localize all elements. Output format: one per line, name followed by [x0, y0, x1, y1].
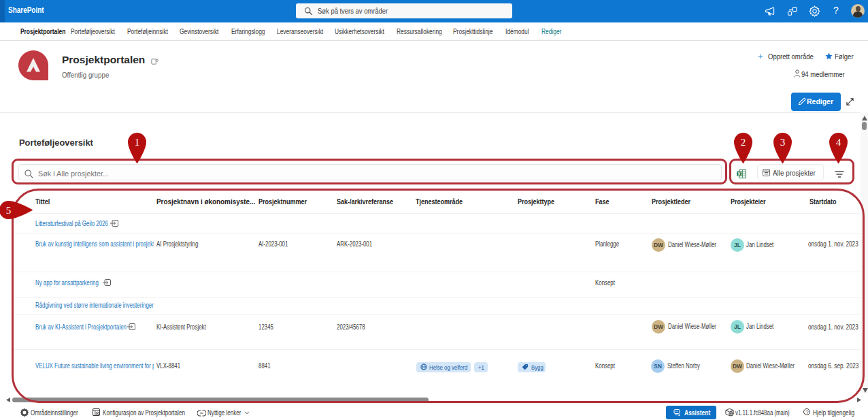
- svg-text:3: 3: [780, 137, 785, 148]
- svg-text:5: 5: [6, 204, 12, 215]
- svg-text:4: 4: [835, 137, 841, 148]
- svg-text:2: 2: [740, 137, 746, 148]
- svg-text:1: 1: [134, 137, 139, 148]
